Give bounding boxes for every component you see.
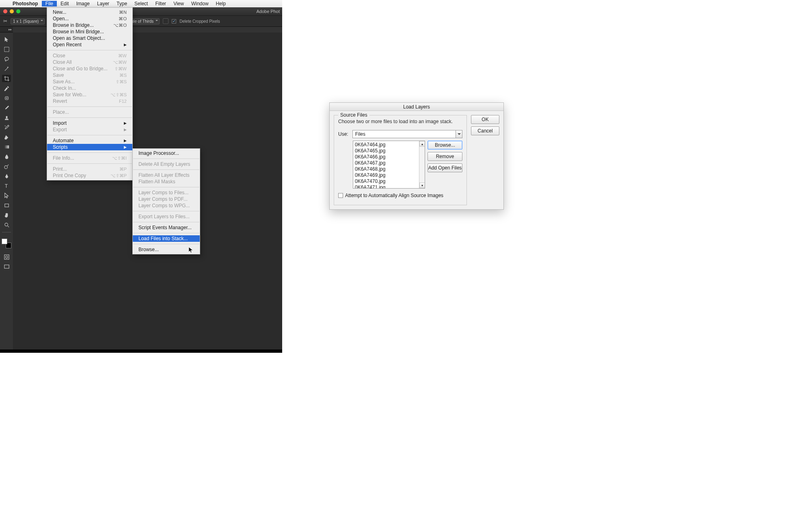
remove-button[interactable]: Remove	[428, 152, 462, 161]
dodge-tool[interactable]	[2, 163, 11, 170]
eraser-tool[interactable]	[2, 133, 11, 141]
menu-file[interactable]: File	[42, 1, 57, 7]
use-label: Use:	[338, 131, 348, 137]
file-menu-item-new[interactable]: New...⌘N	[47, 9, 132, 15]
healing-brush-tool[interactable]	[2, 94, 11, 102]
menu-select[interactable]: Select	[131, 1, 151, 7]
close-window-button[interactable]	[3, 9, 7, 13]
menu-edit[interactable]: Edit	[57, 1, 73, 7]
scripts-menu-item-script-events-manager[interactable]: Script Events Manager...	[133, 224, 200, 231]
magic-wand-tool[interactable]	[2, 65, 11, 72]
lasso-tool[interactable]	[2, 55, 11, 63]
menu-help[interactable]: Help	[212, 1, 230, 7]
scripts-menu-separator	[133, 233, 199, 233]
menu-item-label: Export Layers to Files...	[138, 214, 190, 219]
scripts-menu-item-layer-comps-to-files: Layer Comps to Files...	[133, 189, 200, 196]
scroll-up-button[interactable]: ▴	[419, 141, 425, 147]
menu-item-label: Open as Smart Object...	[53, 35, 105, 41]
file-menu-item-import[interactable]: Import▶	[47, 120, 132, 126]
file-list-item[interactable]: 0K6A7469.jpg	[355, 172, 417, 178]
scripts-menu-item-browse[interactable]: Browse...	[133, 246, 200, 253]
scroll-down-button[interactable]: ▾	[419, 182, 425, 188]
brush-tool[interactable]	[2, 104, 11, 111]
screen-mode-button[interactable]	[2, 263, 11, 270]
menu-item-label: Image Processor...	[138, 150, 179, 156]
menu-item-label: Scripts	[53, 144, 68, 150]
eyedropper-tool[interactable]	[2, 85, 11, 92]
menu-type[interactable]: Type	[113, 1, 131, 7]
file-list-item[interactable]: 0K6A7464.jpg	[355, 142, 417, 148]
system-menubar: Photoshop FileEditImageLayerTypeSelectFi…	[0, 0, 282, 7]
zoom-window-button[interactable]	[16, 9, 20, 13]
blur-tool[interactable]	[2, 153, 11, 160]
history-brush-tool[interactable]	[2, 124, 11, 131]
scripts-menu-item-flatten-all-masks: Flatten All Masks	[133, 178, 200, 185]
file-list-scrollbar[interactable]: ▴ ▾	[419, 141, 425, 188]
source-files-fieldset: Source Files Choose two or more files to…	[334, 115, 467, 205]
quick-mask-toggle[interactable]	[2, 253, 11, 261]
menu-item-label: Revert	[53, 98, 67, 104]
crop-tool-icon: ✂	[3, 18, 7, 24]
menu-image[interactable]: Image	[73, 1, 93, 7]
color-swatches[interactable]	[2, 239, 11, 248]
crop-tool[interactable]	[2, 75, 11, 82]
clone-stamp-tool[interactable]	[2, 114, 11, 121]
minimize-window-button[interactable]	[10, 9, 14, 13]
file-list-item[interactable]: 0K6A7467.jpg	[355, 160, 417, 166]
type-tool[interactable]: T	[2, 182, 11, 189]
pen-tool[interactable]	[2, 172, 11, 180]
file-list-item[interactable]: 0K6A7471.jpg	[355, 185, 417, 189]
crop-options-icon[interactable]	[163, 18, 168, 24]
scripts-menu-item-load-files-into-stack[interactable]: Load Files into Stack...	[133, 235, 200, 242]
zoom-tool[interactable]	[2, 221, 11, 228]
scripts-menu-separator	[133, 211, 199, 211]
menu-filter[interactable]: Filter	[151, 1, 170, 7]
browse-button[interactable]: Browse...	[428, 141, 462, 150]
file-menu-item-scripts[interactable]: Scripts▶	[47, 144, 132, 150]
file-list[interactable]: 0K6A7464.jpg0K6A7465.jpg0K6A7466.jpg0K6A…	[353, 141, 425, 189]
file-list-item[interactable]: 0K6A7466.jpg	[355, 154, 417, 160]
load-layers-dialog: Load Layers Source Files Choose two or m…	[329, 102, 504, 210]
menu-item-label: Open...	[53, 16, 69, 22]
gradient-tool[interactable]	[2, 143, 11, 150]
menu-layer[interactable]: Layer	[93, 1, 113, 7]
file-menu-item-browse-in-bridge[interactable]: Browse in Bridge...⌥⌘O	[47, 22, 132, 28]
panel-collapse-strip[interactable]: ▸▸	[0, 27, 13, 33]
menu-window[interactable]: Window	[188, 1, 212, 7]
menu-item-label: Print...	[53, 166, 67, 172]
submenu-arrow-icon: ▶	[124, 121, 127, 125]
scripts-menu-separator	[133, 187, 199, 187]
cancel-button[interactable]: Cancel	[471, 126, 499, 135]
menu-view[interactable]: View	[170, 1, 188, 7]
auto-align-checkbox[interactable]	[338, 193, 343, 198]
menu-shortcut: ⌘O	[119, 16, 127, 22]
add-open-files-button[interactable]: Add Open Files	[428, 163, 462, 172]
ok-button[interactable]: OK	[471, 115, 499, 124]
scripts-menu-item-image-processor[interactable]: Image Processor...	[133, 150, 200, 156]
file-menu-item-file-info: File Info...⌥⇧⌘I	[47, 155, 132, 161]
menu-item-label: Export	[53, 127, 67, 132]
file-menu-item-browse-in-mini-bridge[interactable]: Browse in Mini Bridge...	[47, 28, 132, 35]
app-name[interactable]: Photoshop	[9, 1, 42, 7]
hand-tool[interactable]	[2, 211, 11, 219]
file-menu-item-open-recent[interactable]: Open Recent▶	[47, 41, 132, 48]
file-menu-item-automate[interactable]: Automate▶	[47, 137, 132, 144]
aspect-ratio-dropdown[interactable]: 1 x 1 (Square)	[11, 18, 45, 24]
delete-cropped-checkbox[interactable]: ✓	[172, 19, 176, 24]
rectangle-tool[interactable]	[2, 202, 11, 209]
file-list-item[interactable]: 0K6A7465.jpg	[355, 148, 417, 154]
use-dropdown-button[interactable]	[456, 130, 462, 138]
file-list-item[interactable]: 0K6A7470.jpg	[355, 178, 417, 185]
file-list-item[interactable]: 0K6A7468.jpg	[355, 166, 417, 172]
move-tool[interactable]	[2, 36, 11, 43]
menu-item-label: Browse...	[138, 247, 159, 252]
use-dropdown[interactable]: Files	[352, 130, 456, 138]
submenu-arrow-icon: ▶	[124, 128, 127, 132]
file-menu-item-open-as-smart-object[interactable]: Open as Smart Object...	[47, 35, 132, 41]
scripts-menu-item-export-layers-to-files: Export Layers to Files...	[133, 213, 200, 220]
path-selection-tool[interactable]	[2, 192, 11, 199]
file-menu-item-open[interactable]: Open...⌘O	[47, 15, 132, 22]
menu-item-label: Print One Copy	[53, 173, 86, 178]
marquee-tool[interactable]	[2, 46, 11, 53]
file-menu-item-print-one-copy: Print One Copy⌥⇧⌘P	[47, 172, 132, 179]
